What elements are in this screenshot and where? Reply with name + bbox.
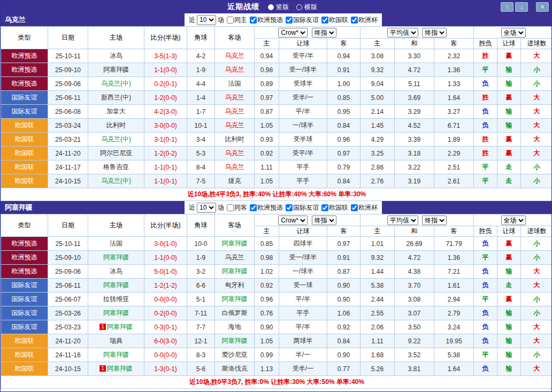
match-count-select-1[interactable]: 10 (197, 203, 216, 213)
home-team-name[interactable]: 乌克兰(中) (101, 135, 131, 143)
comp-checkbox-0-3[interactable] (351, 17, 358, 24)
match-count-select-0[interactable]: 10 (197, 15, 216, 25)
close-button[interactable]: × (536, 2, 549, 12)
away-team-name[interactable]: 阿塞拜疆 (222, 337, 248, 344)
avg-draw-odds: 3.29 (395, 105, 434, 119)
filter-comp-friendly-0[interactable]: 国际友谊 (286, 16, 319, 25)
comp-checkbox-1-2[interactable] (321, 204, 328, 211)
scroll-down-button[interactable]: ↓ (515, 2, 528, 12)
comp-checkbox-1-3[interactable] (351, 204, 358, 211)
filter-recent-label: 近 (189, 16, 195, 25)
result-handicap: 输 (497, 348, 521, 362)
home-team-cell: 阿塞拜疆 (88, 306, 144, 320)
filter-comp-label: 欧国联 (329, 16, 348, 25)
match-score: 6-0(3-0) (144, 334, 187, 348)
corner-score: 12-1 (187, 334, 215, 348)
away-team-name[interactable]: 乌克兰 (225, 163, 244, 171)
home-team-name[interactable]: 比利时 (106, 121, 126, 129)
away-team-name[interactable]: 海地 (228, 323, 241, 330)
handicap-line: 一/球半 (279, 119, 327, 133)
avg-home-odds: 1.68 (361, 348, 395, 362)
away-team-name[interactable]: 白俄罗斯 (222, 309, 248, 317)
comp-checkbox-1-1[interactable] (286, 204, 293, 211)
col-header-avg-home: 主 (361, 226, 395, 237)
avg-draw-odds: 4.72 (395, 63, 434, 77)
scroll-up-button[interactable]: ↑ (501, 2, 513, 12)
avg-home-odds: 1.45 (361, 119, 395, 133)
away-team-name[interactable]: 乌克兰 (225, 107, 244, 115)
home-team-name[interactable]: 阿尔巴尼亚 (100, 149, 132, 157)
avg-home-odds: 2.55 (361, 306, 395, 320)
layout-option-vertical[interactable]: 竖版 (268, 3, 289, 12)
home-team-name[interactable]: 阿塞拜疆 (107, 365, 133, 372)
home-team-name[interactable]: 乌克兰(中) (101, 177, 131, 185)
avg-select-1[interactable]: 平均值 (387, 216, 418, 225)
away-team-name[interactable]: 爱沙尼亚 (222, 351, 248, 358)
away-team-name[interactable]: 捷克 (228, 177, 241, 185)
bookmaker-select-0[interactable]: Crow* (278, 28, 308, 37)
away-team-name[interactable]: 乌克兰 (225, 121, 244, 129)
home-team-name[interactable]: 冰岛 (110, 267, 122, 275)
away-team-name[interactable]: 乌克兰 (225, 94, 244, 101)
col-header-corner: 角球 (187, 27, 215, 49)
avg-away-odds: 3.27 (434, 105, 474, 119)
result-wdl: 负 (474, 279, 497, 293)
corner-score: 3-4 (187, 133, 215, 147)
comp-checkbox-0-1[interactable] (286, 17, 293, 24)
bookmaker-select-1[interactable]: Crow* (278, 216, 308, 225)
away-team-name[interactable]: 斯洛伐克 (222, 365, 248, 372)
home-team-name[interactable]: 法国 (110, 240, 122, 247)
avg-time-select-0[interactable]: 终指 (422, 28, 447, 37)
away-team-name[interactable]: 阿塞拜疆 (222, 267, 248, 275)
result-wdl: 平 (474, 348, 497, 362)
odds-time-select-1[interactable]: 终指 (312, 216, 336, 225)
scope-select-1[interactable]: 全场 (501, 216, 526, 225)
away-team-name[interactable]: 阿塞拜疆 (222, 295, 248, 303)
odds-time-select-0[interactable]: 终指 (312, 28, 336, 37)
away-team-name[interactable]: 比利时 (225, 135, 244, 143)
filter-comp-friendly-1[interactable]: 国际友谊 (286, 203, 319, 212)
filter-same-venue-0[interactable]: 同主 (227, 16, 247, 25)
away-team-name[interactable]: 匈牙利 (225, 281, 244, 289)
avg-time-select-1[interactable]: 终指 (422, 216, 447, 225)
home-team-name[interactable]: 瑞典 (110, 337, 122, 344)
home-team-name[interactable]: 加拿大 (106, 107, 126, 115)
handicap-away-odds: 0.92 (327, 320, 361, 334)
away-team-name[interactable]: 乌克兰 (225, 149, 244, 157)
filter-comp-nations-1[interactable]: 欧国联 (321, 203, 348, 212)
home-team-name[interactable]: 乌克兰(中) (101, 80, 131, 87)
home-team-name[interactable]: 拉脱维亚 (103, 295, 129, 303)
comp-checkbox-1-0[interactable] (250, 204, 257, 211)
avg-away-odds: 1.89 (434, 133, 474, 147)
scope-select-0[interactable]: 全场 (501, 28, 526, 37)
home-team-name[interactable]: 阿塞拜疆 (107, 323, 133, 330)
filter-same-checkbox-1[interactable] (227, 204, 234, 211)
filter-comp-nations-0[interactable]: 欧国联 (321, 16, 348, 25)
filter-comp-eurocup-0[interactable]: 欧洲杯 (351, 16, 378, 25)
match-date: 25-03-26 (48, 306, 88, 320)
titlebar-buttons: ↑ ↓ × (501, 2, 549, 12)
comp-checkbox-0-2[interactable] (321, 17, 328, 24)
away-team-name[interactable]: 乌克兰 (225, 52, 244, 59)
away-team-name[interactable]: 乌克兰 (225, 253, 244, 261)
home-team-name[interactable]: 阿塞拜疆 (103, 351, 129, 358)
home-team-name[interactable]: 新西兰(中) (101, 94, 131, 101)
filter-same-checkbox-0[interactable] (227, 17, 234, 24)
home-team-name[interactable]: 冰岛 (110, 52, 122, 59)
filter-comp-euroqual-0[interactable]: 欧洲预选 (250, 16, 283, 25)
filter-comp-eurocup-1[interactable]: 欧洲杯 (351, 203, 378, 212)
home-team-name[interactable]: 阿塞拜疆 (103, 281, 129, 289)
home-team-name[interactable]: 格鲁吉亚 (103, 163, 129, 171)
avg-away-odds: 2.51 (434, 160, 474, 174)
away-team-name[interactable]: 乌克兰 (225, 66, 244, 73)
comp-checkbox-0-0[interactable] (250, 17, 257, 24)
home-team-name[interactable]: 阿塞拜疆 (103, 309, 129, 317)
avg-select-0[interactable]: 平均值 (387, 28, 418, 37)
home-team-name[interactable]: 阿塞拜疆 (103, 253, 129, 261)
layout-option-horizontal[interactable]: 横版 (296, 3, 317, 12)
away-team-name[interactable]: 法国 (228, 80, 241, 87)
away-team-name[interactable]: 阿塞拜疆 (222, 240, 248, 247)
home-team-name[interactable]: 阿塞拜疆 (103, 66, 129, 73)
filter-same-venue-1[interactable]: 同客 (227, 203, 247, 212)
filter-comp-euroqual-1[interactable]: 欧洲预选 (250, 203, 283, 212)
